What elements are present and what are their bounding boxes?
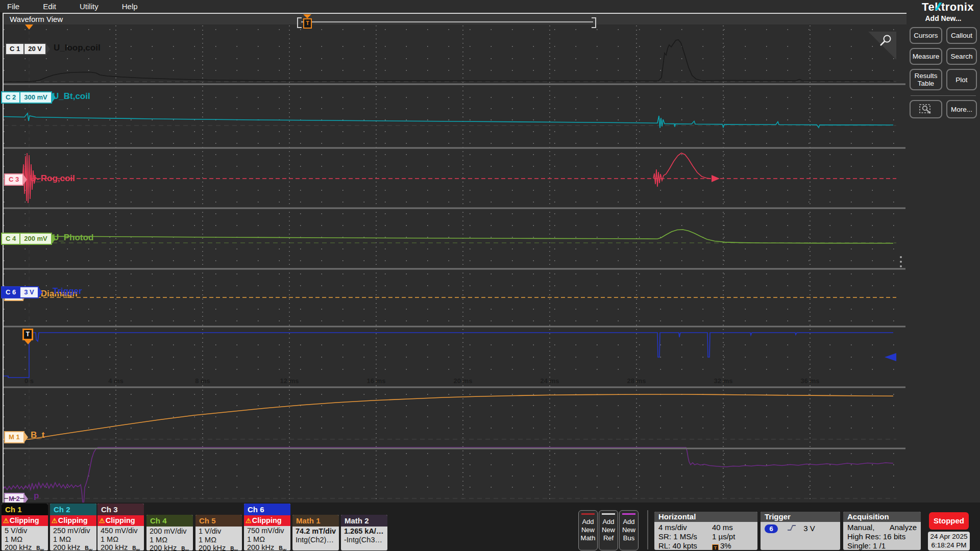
horizontal-window: 40 ms [712,523,733,532]
trigger-source-marker[interactable]: T [22,329,33,340]
math-badge-m1[interactable]: M 1 [4,431,24,443]
math-color-bar [581,513,595,515]
overview-track[interactable] [301,21,593,22]
badge-row: 1 MΩ [247,535,290,544]
bandwidth-limit-icon: BW [85,544,92,550]
clipping-warning: ⚠Clipping [2,515,48,526]
zoom-select-button[interactable] [910,100,942,118]
horizontal-overview-bar[interactable]: T [297,15,596,27]
channel-badge-ch4[interactable]: C 4200 mV [1,233,52,245]
badge-row: 450 mV/div [101,527,144,535]
trigger-level-value: 3 V [803,524,815,533]
badge-header: Ch 4 [146,515,193,527]
channel-settings-badge-math1[interactable]: Math 174.2 mT/divIntg(Ch2)… [292,515,339,550]
clipping-warning: ⚠Clipping [244,515,290,526]
channel-label-ch6[interactable]: Trigger [53,286,82,296]
channel-settings-badge-ch2[interactable]: Ch 2⚠Clipping250 mV/div1 MΩ200 kHzBW [50,504,96,550]
date-value: 24 Apr 2025 [928,532,970,541]
channel-label-ch4[interactable]: U_Photod [53,233,93,243]
sidebar-divider [911,95,976,96]
more-button[interactable]: More... [946,100,977,118]
time-value: 6:18:24 PM [928,541,970,549]
channel-label-ch3[interactable]: U_Rog,coil [30,173,75,184]
badge-row: 200 kHzBW [5,543,48,550]
bus-color-bar [622,513,635,515]
plot-button[interactable]: Plot [946,69,977,90]
bandwidth-limit-icon: BW [181,545,189,550]
measure-button[interactable]: Measure [910,48,942,65]
warning-icon: ⚠ [52,517,58,524]
menu-file[interactable]: File [7,1,19,12]
trigger-position-triangle-icon[interactable] [25,24,33,30]
badge-row: 1.265 kA/… [344,527,387,536]
results-table-button[interactable]: Results Table [910,69,942,90]
add-new-bus-button[interactable]: Add New Bus [619,510,639,550]
sample-rate: SR: 1 MS/s [658,532,712,541]
acquisition-panel[interactable]: Acquisition Manual,Analyze High Res: 16 … [843,512,921,550]
trigger-position-percent: 3% [720,541,731,550]
warning-icon: ⚠ [246,517,252,524]
zoom-select-icon [919,104,933,114]
cursors-button[interactable]: Cursors [910,27,942,44]
badge-row: 74.2 mT/div [296,527,339,536]
callout-button[interactable]: Callout [946,27,977,44]
trigger-panel[interactable]: Trigger 6 3 V [761,512,840,550]
badge-row: Intg(Ch2)… [296,536,339,544]
channel-settings-badge-ch1[interactable]: Ch 1⚠Clipping5 V/div1 MΩ200 kHzBW [2,504,48,550]
clipping-warning: ⚠Clipping [50,515,96,526]
acq-single: Single: 1 /1 [847,541,917,550]
bandwidth-limit-icon: BW [132,544,140,550]
badge-row: 1 V/div [199,527,242,536]
badge-row: -Intg(Ch3… [344,536,387,544]
overview-right-bracket[interactable] [592,17,596,28]
channel-settings-badge-ch6[interactable]: Ch 6⚠Clipping750 mV/div1 MΩ200 kHzBW [244,504,290,550]
badge-row: 200 kHzBW [199,544,242,550]
trigger-source-pill: 6 [765,524,778,533]
bandwidth-limit-icon: BW [230,545,238,550]
overview-left-bracket[interactable] [297,17,302,28]
math-label-m1[interactable]: B_t [31,430,44,440]
add-new-header: Add New... [906,12,980,22]
overview-trigger-triangle-icon [303,14,311,18]
add-new-ref-button[interactable]: Add New Ref [599,510,618,550]
badge-row: 1 MΩ [5,535,48,544]
run-stop-button[interactable]: Stopped [929,512,969,530]
badge-row: 750 mV/div [247,527,290,535]
badge-row: 250 mV/div [53,527,96,535]
channel-settings-badge-math2[interactable]: Math 21.265 kA/…-Intg(Ch3… [341,515,387,550]
menu-utility[interactable]: Utility [80,1,99,12]
channel-settings-badge-ch3[interactable]: Ch 3⚠Clipping450 mV/div1 MΩ200 kHzBW [97,504,144,550]
channel-badge-ch2[interactable]: C 2300 mV [1,91,52,104]
datetime-display: 24 Apr 2025 6:18:24 PM [928,532,970,550]
add-new-math-button[interactable]: Add New Math [578,510,598,550]
time-axis-label: 8 ms [195,377,210,385]
channel-label-ch2[interactable]: U_Bt,coil [53,91,90,102]
bandwidth-limit-icon: BW [279,544,286,550]
panel-grip-dot[interactable] [900,261,902,263]
search-button[interactable]: Search [946,48,977,65]
channel-label-ch1[interactable]: U_loop,coil [54,43,101,53]
tektronix-logo: Tektronix [922,1,974,14]
channel-badge-ch1[interactable]: C 120 V [5,43,46,55]
badge-header: Ch 6 [244,504,290,515]
menu-help[interactable]: Help [122,1,138,12]
panel-grip-dot[interactable] [900,265,902,267]
trigger-panel-title: Trigger [761,512,840,522]
channel-badge-ch3[interactable]: C 3 [4,173,23,186]
time-axis-label: 16 ms [367,377,386,385]
menu-edit[interactable]: Edit [43,1,56,12]
bandwidth-limit-icon: BW [36,544,44,550]
overview-trigger-icon[interactable]: T [303,18,312,29]
horizontal-panel[interactable]: Horizontal 4 ms/div40 ms SR: 1 MS/s1 µs/… [654,512,757,550]
channel-badge-ch6[interactable]: C 63 V [1,286,39,298]
trigger-source-triangle-icon [24,340,32,344]
math-label-m2[interactable]: p [34,491,39,501]
panel-grip-dot[interactable] [900,256,902,258]
channel-settings-badge-ch5[interactable]: Ch 51 V/div1 MΩ200 kHzBW [195,515,242,550]
badge-row: 1 MΩ [199,536,242,544]
badge-row: 1 MΩ [150,536,193,544]
menu-bar: File Edit Utility Help [0,0,980,12]
channel-settings-badge-ch4[interactable]: Ch 4200 mV/div1 MΩ200 kHzBW [146,515,193,550]
warning-icon: ⚠ [3,517,9,524]
acq-analyze: Analyze [890,523,917,532]
